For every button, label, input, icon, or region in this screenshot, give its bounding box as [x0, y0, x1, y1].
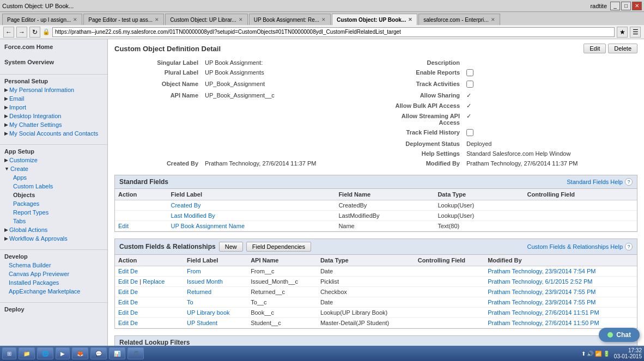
menu-button[interactable]: ☰: [630, 27, 641, 38]
refresh-button[interactable]: ↻: [29, 27, 40, 38]
tab-6-close[interactable]: ✕: [491, 17, 495, 22]
cf-label-link-3[interactable]: Returned: [187, 289, 211, 295]
taskbar-skype[interactable]: 💬: [90, 347, 107, 359]
sidebar-sub-tabs[interactable]: Tabs: [0, 217, 107, 225]
tab-2[interactable]: Page Editor - test up ass... ✕: [83, 14, 164, 25]
sidebar-item-appexchange[interactable]: AppExchange Marketplace: [0, 287, 107, 296]
tab-5[interactable]: Custom Object: UP Book... ✕: [332, 14, 417, 25]
taskbar-app2[interactable]: 🎵: [127, 347, 144, 359]
taskbar-media[interactable]: ▶: [56, 347, 70, 359]
sidebar-item-installed[interactable]: Installed Packages: [0, 278, 107, 287]
cf-edit-6[interactable]: Edit: [118, 320, 129, 326]
sidebar-item-customize-label[interactable]: Customize: [9, 157, 38, 163]
cf-de-3[interactable]: De: [130, 289, 138, 295]
taskbar-chrome[interactable]: 🌐: [37, 347, 53, 359]
cf-mod-link-1[interactable]: Pratham Technology, 23/9/2014 7:54 PM: [488, 268, 596, 274]
sidebar-item-chatter[interactable]: ▶ My Chatter Settings: [0, 120, 107, 129]
cf-label-link-6[interactable]: UP Student: [187, 320, 217, 326]
sf-field-label-link-3[interactable]: UP Book Assignment Name: [171, 223, 245, 229]
maximize-button[interactable]: □: [621, 2, 631, 10]
tab-3-close[interactable]: ✕: [239, 17, 243, 22]
sidebar-item-global-actions-label[interactable]: Global Actions: [9, 227, 47, 233]
sidebar-item-canvas[interactable]: Canvas App Previewer: [0, 270, 107, 278]
custom-fields-help-label[interactable]: Custom Fields & Relationships Help: [527, 243, 623, 250]
sidebar-item-email[interactable]: ▶ Email: [0, 94, 107, 103]
standard-fields-help[interactable]: Standard Fields Help ?: [567, 178, 633, 186]
cf-mod-link-2[interactable]: Pratham Technology, 6/1/2015 2:52 PM: [488, 278, 592, 285]
minimize-button[interactable]: _: [610, 2, 620, 10]
sidebar-item-import-label[interactable]: Import: [9, 104, 26, 111]
sidebar-item-import[interactable]: ▶ Import: [0, 103, 107, 112]
address-bar[interactable]: [52, 27, 615, 37]
enable-reports-checkbox[interactable]: [466, 69, 473, 76]
sidebar-item-my-personal[interactable]: ▶ My Personal Information: [0, 85, 107, 94]
cf-label-link-2[interactable]: Issued Month: [187, 278, 223, 285]
standard-fields-help-label[interactable]: Standard Fields Help: [567, 179, 623, 185]
cf-edit-3[interactable]: Edit: [118, 289, 129, 295]
sidebar-sub-report-types[interactable]: Report Types: [0, 208, 107, 217]
tab-3[interactable]: Custom Object: UP Librar... ✕: [165, 14, 248, 25]
sidebar-item-global-actions[interactable]: ▶ Global Actions: [0, 225, 107, 234]
cf-edit-1[interactable]: Edit: [118, 268, 129, 274]
cf-de-5[interactable]: De: [130, 309, 138, 316]
tab-2-close[interactable]: ✕: [155, 17, 159, 22]
sidebar-item-workflow-label[interactable]: Workflow & Approvals: [9, 235, 68, 242]
start-button[interactable]: ⊞: [2, 347, 16, 359]
sidebar-item-create-label[interactable]: Create: [10, 166, 28, 172]
sf-field-label-link-2[interactable]: Last Modified By: [171, 212, 215, 219]
track-field-checkbox[interactable]: [466, 129, 473, 136]
forward-button[interactable]: →: [16, 27, 27, 38]
tab-4-close[interactable]: ✕: [321, 17, 326, 22]
sf-field-label-link-1[interactable]: Created By: [171, 202, 201, 209]
sidebar-item-social-label[interactable]: My Social Accounts and Contacts: [9, 130, 98, 137]
tab-6[interactable]: salesforce.com - Enterpri... ✕: [418, 14, 500, 25]
tab-1[interactable]: Page Editor - up l assign... ✕: [2, 14, 82, 25]
taskbar-app1[interactable]: 📊: [109, 347, 125, 359]
cf-edit-5[interactable]: Edit: [118, 309, 129, 316]
cf-label-link-4[interactable]: To: [187, 299, 193, 305]
sidebar-item-desktop[interactable]: ▶ Desktop Integration: [0, 112, 107, 120]
custom-fields-help[interactable]: Custom Fields & Relationships Help ?: [527, 243, 633, 250]
new-field-button[interactable]: New: [219, 242, 243, 252]
cf-edit-2[interactable]: Edit: [118, 278, 129, 285]
cf-label-link-5[interactable]: UP Library book: [187, 309, 230, 316]
sidebar-sub-custom-labels[interactable]: Custom Labels: [0, 182, 107, 191]
cf-edit-4[interactable]: Edit: [118, 299, 129, 305]
sidebar-sub-packages[interactable]: Packages: [0, 199, 107, 208]
sidebar-item-desktop-label[interactable]: Desktop Integration: [9, 113, 61, 119]
close-button[interactable]: ✕: [632, 2, 642, 10]
edit-button[interactable]: Edit: [584, 44, 606, 53]
taskbar-explorer[interactable]: 📁: [19, 347, 35, 359]
delete-button[interactable]: Delete: [608, 44, 637, 53]
cf-de-6[interactable]: De: [130, 320, 138, 326]
cf-de-1[interactable]: De: [130, 268, 138, 274]
chat-bubble[interactable]: Chat: [599, 328, 640, 342]
tab-1-close[interactable]: ✕: [73, 17, 77, 22]
back-button[interactable]: ←: [3, 27, 14, 38]
cf-mod-link-6[interactable]: Pratham Technology, 27/6/2014 11:50 PM: [488, 320, 599, 326]
cf-mod-link-3[interactable]: Pratham Technology, 23/9/2014 7:55 PM: [488, 289, 596, 295]
taskbar-firefox[interactable]: 🦊: [72, 347, 88, 359]
cf-mod-link-5[interactable]: Pratham Technology, 27/6/2014 11:51 PM: [488, 309, 599, 316]
track-activities-checkbox[interactable]: [466, 81, 473, 88]
bookmark-button[interactable]: ★: [617, 27, 628, 38]
sidebar-item-customize[interactable]: ▶ Customize: [0, 156, 107, 164]
tab-5-close[interactable]: ✕: [408, 17, 412, 22]
cf-replace-2[interactable]: Replace: [143, 278, 165, 285]
sidebar-item-create[interactable]: ▼ Create: [0, 164, 107, 173]
cf-de-4[interactable]: De: [130, 299, 138, 305]
sidebar-sub-objects[interactable]: Objects: [0, 191, 107, 199]
sidebar-item-workflow[interactable]: ▶ Workflow & Approvals: [0, 234, 107, 243]
field-dependencies-button[interactable]: Field Dependencies: [246, 242, 311, 252]
sidebar-item-email-label[interactable]: Email: [9, 95, 25, 102]
sidebar-item-my-personal-label[interactable]: My Personal Information: [9, 87, 74, 93]
cf-mod-link-4[interactable]: Pratham Technology, 23/9/2014 7:55 PM: [488, 299, 596, 305]
tab-4[interactable]: UP Book Assignment: Re... ✕: [249, 14, 331, 25]
sidebar-item-social[interactable]: ▶ My Social Accounts and Contacts: [0, 129, 107, 138]
sidebar-item-schema[interactable]: Schema Builder: [0, 261, 107, 270]
sidebar-item-chatter-label[interactable]: My Chatter Settings: [9, 121, 62, 128]
sf-edit-link-3[interactable]: Edit: [118, 223, 129, 229]
sidebar-sub-apps[interactable]: Apps: [0, 173, 107, 182]
cf-label-link-1[interactable]: From: [187, 268, 201, 274]
cf-de-2[interactable]: De: [130, 278, 138, 285]
